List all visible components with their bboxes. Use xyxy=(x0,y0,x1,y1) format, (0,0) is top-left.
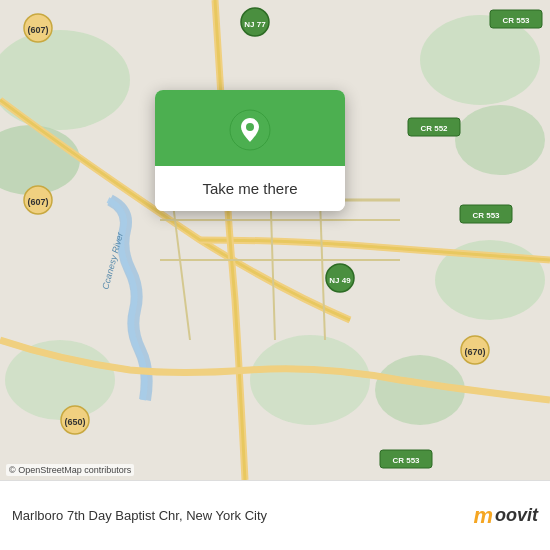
svg-text:CR 553: CR 553 xyxy=(502,16,530,25)
map-container: (607) (607) NJ 77 CR 553 CR 552 NJ 49 CR… xyxy=(0,0,550,480)
moovit-letter: m xyxy=(473,503,493,529)
svg-point-8 xyxy=(250,335,370,425)
take-me-there-button[interactable]: Take me there xyxy=(155,166,345,211)
svg-text:(607): (607) xyxy=(27,25,48,35)
info-bar: Marlboro 7th Day Baptist Chr, New York C… xyxy=(0,480,550,550)
svg-text:(607): (607) xyxy=(27,197,48,207)
svg-text:CR 552: CR 552 xyxy=(420,124,448,133)
popup-header xyxy=(155,90,345,166)
moovit-logo: m oovit xyxy=(473,503,538,529)
moovit-brand-name: oovit xyxy=(495,505,538,526)
svg-text:(670): (670) xyxy=(464,347,485,357)
svg-point-4 xyxy=(455,105,545,175)
svg-text:(650): (650) xyxy=(64,417,85,427)
svg-text:CR 553: CR 553 xyxy=(392,456,420,465)
osm-credit: © OpenStreetMap contributors xyxy=(6,464,134,476)
svg-text:NJ 49: NJ 49 xyxy=(329,276,351,285)
location-pin-icon xyxy=(228,108,272,152)
popup-card: Take me there xyxy=(155,90,345,211)
svg-point-40 xyxy=(246,123,254,131)
svg-text:NJ 77: NJ 77 xyxy=(244,20,266,29)
svg-point-7 xyxy=(5,340,115,420)
location-name: Marlboro 7th Day Baptist Chr, New York C… xyxy=(12,508,463,523)
svg-text:CR 553: CR 553 xyxy=(472,211,500,220)
